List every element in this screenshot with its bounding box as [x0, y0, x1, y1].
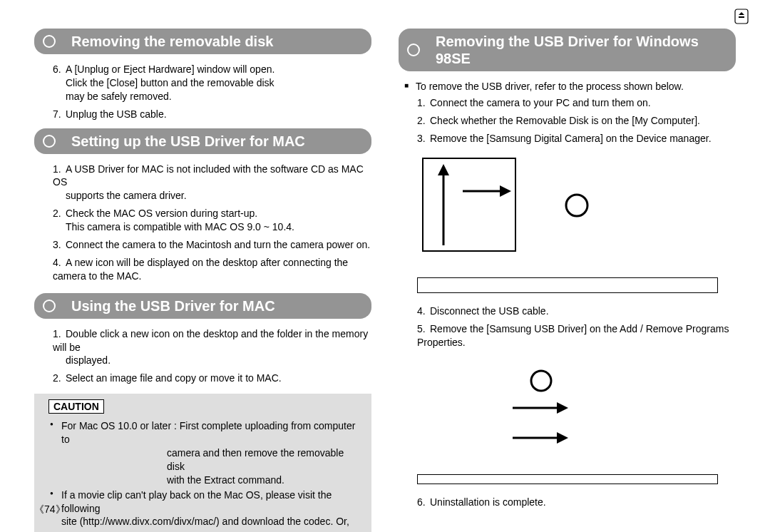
mac-setup-step-2: 2.Check the MAC OS version during start-… — [53, 207, 371, 234]
win-step-2: 2.Check whether the Removable Disk is on… — [417, 114, 736, 128]
screenshot-placeholder-2 — [417, 474, 718, 484]
intro-line: To remove the USB driver, refer to the p… — [403, 80, 736, 93]
section-header-using-mac: Using the USB Driver for MAC — [34, 293, 371, 319]
header-bullet-icon — [43, 35, 56, 48]
diagram-1 — [420, 155, 736, 257]
step-6: 6.A [Unplug or Eject Hardware] window wi… — [53, 63, 371, 103]
mac-setup-step-1: 1.A USB Driver for MAC is not included w… — [53, 163, 371, 203]
win-step-5: 5.Remove the [Samsung USB Driver] on the… — [417, 322, 736, 349]
eject-icon — [734, 9, 749, 26]
manual-page: Removing the removable disk 6.A [Unplug … — [0, 0, 770, 532]
diagram-2 — [420, 359, 736, 454]
step-7: 7.Unplug the USB cable. — [53, 108, 371, 121]
screenshot-placeholder-1 — [417, 277, 718, 294]
header-bullet-icon — [43, 300, 56, 312]
win-step-6: 6.Uninstallation is complete. — [417, 496, 736, 509]
right-column: Removing the USB Driver for Windows 98SE… — [391, 29, 736, 512]
caution-item-2: If a movie clip can't play back on the M… — [48, 488, 357, 532]
section-title: Removing the USB Driver for Windows 98SE — [436, 34, 699, 66]
section-header-remove-98se: Removing the USB Driver for Windows 98SE — [399, 29, 736, 71]
win-step-3: 3.Remove the [Samsung Digital Camera] on… — [417, 132, 736, 145]
svg-rect-2 — [423, 158, 515, 251]
caution-box: CAUTION For Mac OS 10.0 or later : First… — [34, 394, 371, 532]
section-title: Using the USB Driver for MAC — [71, 298, 275, 314]
mac-use-step-2: 2.Select an image file and copy or move … — [53, 372, 371, 385]
page-number: 74 — [34, 503, 66, 516]
header-bullet-icon — [43, 135, 56, 148]
left-column: Removing the removable disk 6.A [Unplug … — [34, 29, 391, 512]
caution-label: CAUTION — [48, 399, 104, 414]
svg-rect-1 — [739, 16, 744, 18]
mac-setup-step-4: 4.A new icon will be displayed on the de… — [53, 256, 371, 283]
svg-point-6 — [531, 371, 551, 391]
win-step-1: 1.Connect the camera to your PC and turn… — [417, 96, 736, 110]
caution-item-1: For Mac OS 10.0 or later : First complet… — [48, 419, 357, 486]
mac-use-step-1: 1.Double click a new icon on the desktop… — [53, 327, 371, 368]
section-header-remove-disk: Removing the removable disk — [34, 29, 371, 54]
win-step-4: 4.Disconnect the USB cable. — [417, 305, 736, 318]
svg-point-5 — [566, 195, 587, 216]
section-title: Removing the removable disk — [71, 34, 273, 49]
header-bullet-icon — [407, 44, 420, 56]
mac-setup-step-3: 3.Connect the camera to the Macintosh an… — [53, 238, 371, 252]
section-header-setup-mac: Setting up the USB Driver for MAC — [34, 128, 371, 154]
section-title: Setting up the USB Driver for MAC — [71, 133, 305, 149]
